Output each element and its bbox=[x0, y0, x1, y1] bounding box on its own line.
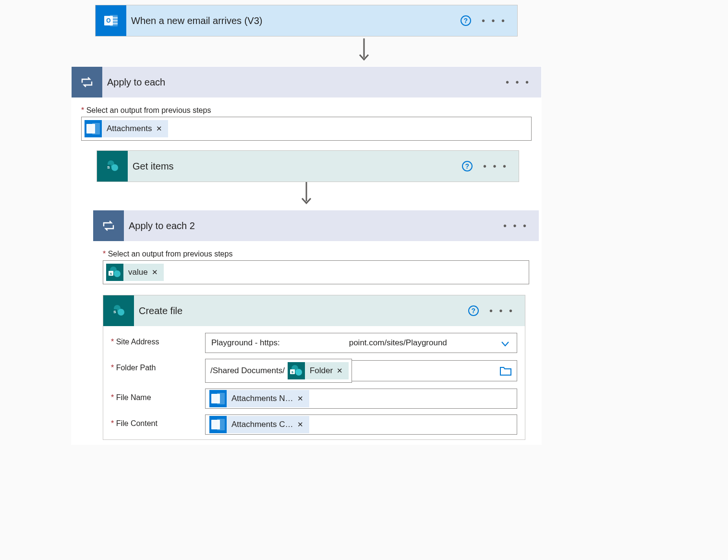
remove-token-icon[interactable]: ✕ bbox=[336, 366, 344, 375]
outlook-icon bbox=[85, 120, 102, 137]
site-address-select[interactable]: Playground - https: point.com/sites/Play… bbox=[205, 333, 517, 353]
attachments-name-token[interactable]: Attachments N… ✕ bbox=[209, 390, 309, 407]
svg-rect-26 bbox=[217, 419, 225, 430]
svg-text:s: s bbox=[291, 370, 294, 374]
folder-picker-icon[interactable] bbox=[499, 365, 512, 378]
sharepoint-icon: S bbox=[103, 295, 134, 326]
ellipsis-icon[interactable]: • • • bbox=[503, 220, 528, 231]
select-output-input[interactable]: Attachments ✕ bbox=[81, 117, 532, 141]
apply-to-each-2-header[interactable]: Apply to each 2 • • • bbox=[93, 210, 539, 241]
outlook-icon: O bbox=[96, 5, 126, 36]
apply-to-each-2-scope: Apply to each 2 • • • * Select an output… bbox=[93, 210, 539, 442]
chevron-down-icon[interactable] bbox=[500, 339, 510, 351]
trigger-title: When a new email arrives (V3) bbox=[126, 15, 461, 26]
arrow-down-icon bbox=[71, 37, 657, 66]
attachments-token[interactable]: Attachments ✕ bbox=[85, 120, 168, 137]
apply-to-each-title: Apply to each bbox=[102, 77, 506, 88]
attachments-content-token[interactable]: Attachments C… ✕ bbox=[209, 416, 309, 433]
sharepoint-icon: S bbox=[97, 151, 128, 182]
svg-text:O: O bbox=[106, 17, 110, 24]
get-items-title: Get items bbox=[128, 161, 462, 172]
loop-icon bbox=[72, 67, 102, 97]
apply-to-each-header[interactable]: Apply to each • • • bbox=[72, 67, 541, 97]
svg-point-7 bbox=[111, 164, 118, 171]
help-icon[interactable]: ? bbox=[461, 15, 471, 26]
ellipsis-icon[interactable]: • • • bbox=[483, 161, 508, 172]
svg-rect-5 bbox=[92, 123, 100, 134]
select-output-label: * Select an output from previous steps bbox=[103, 250, 529, 258]
select-output-label: * Select an output from previous steps bbox=[81, 106, 532, 115]
svg-point-16 bbox=[118, 309, 124, 316]
file-content-label: * File Content bbox=[111, 414, 205, 428]
arrow-down-icon bbox=[81, 182, 532, 210]
create-file-header[interactable]: S Create file ? • • • bbox=[103, 295, 525, 326]
apply-to-each-scope: Apply to each • • • * Select an output f… bbox=[71, 66, 542, 445]
svg-rect-24 bbox=[217, 393, 225, 404]
sharepoint-icon: s bbox=[106, 264, 123, 281]
remove-token-icon[interactable]: ✕ bbox=[296, 420, 304, 429]
file-name-input[interactable]: Attachments N… ✕ bbox=[205, 389, 517, 409]
create-file-card: S Create file ? • • • * Site Address bbox=[103, 295, 525, 440]
site-address-label: * Site Address bbox=[111, 333, 205, 346]
file-content-input[interactable]: Attachments C… ✕ bbox=[205, 414, 517, 435]
remove-token-icon[interactable]: ✕ bbox=[151, 268, 159, 277]
help-icon[interactable]: ? bbox=[468, 305, 479, 316]
loop-icon bbox=[93, 210, 124, 241]
remove-token-icon[interactable]: ✕ bbox=[296, 394, 304, 403]
remove-token-icon[interactable]: ✕ bbox=[155, 124, 163, 133]
ellipsis-icon[interactable]: • • • bbox=[489, 305, 514, 317]
create-file-title: Create file bbox=[134, 305, 468, 317]
help-icon[interactable]: ? bbox=[462, 161, 473, 171]
sharepoint-icon: s bbox=[288, 362, 305, 379]
svg-text:S: S bbox=[113, 310, 116, 314]
svg-text:S: S bbox=[107, 165, 110, 170]
get-items-card[interactable]: S Get items ? • • • bbox=[97, 150, 519, 182]
outlook-icon bbox=[209, 416, 227, 433]
folder-path-input[interactable]: /Shared Documents/ s Folder ✕ bbox=[205, 359, 517, 383]
outlook-icon bbox=[209, 390, 227, 407]
trigger-card[interactable]: O When a new email arrives (V3) ? • • • bbox=[95, 5, 518, 37]
file-name-label: * File Name bbox=[111, 389, 205, 402]
ellipsis-icon[interactable]: • • • bbox=[482, 15, 507, 26]
ellipsis-icon[interactable]: • • • bbox=[506, 77, 531, 88]
value-token[interactable]: s value ✕ bbox=[106, 264, 164, 281]
folder-token[interactable]: s Folder ✕ bbox=[288, 362, 349, 379]
apply-to-each-2-title: Apply to each 2 bbox=[124, 220, 503, 231]
folder-path-label: * Folder Path bbox=[111, 359, 205, 372]
svg-point-12 bbox=[114, 270, 121, 277]
svg-text:s: s bbox=[110, 271, 112, 276]
select-output-input[interactable]: s value ✕ bbox=[103, 260, 529, 284]
svg-point-20 bbox=[295, 369, 302, 376]
